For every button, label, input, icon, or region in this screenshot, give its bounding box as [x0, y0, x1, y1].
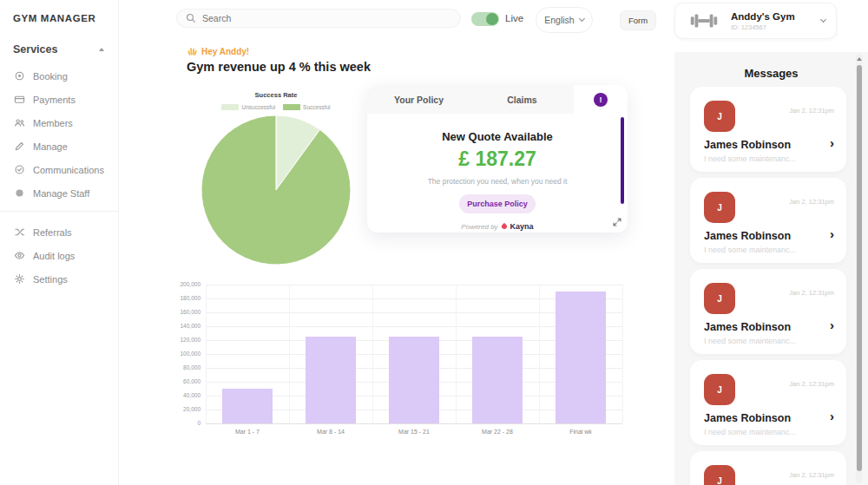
- purchase-policy-button[interactable]: Purchase Policy: [459, 194, 536, 213]
- chevron-right-icon[interactable]: ›: [830, 226, 834, 241]
- gridline: [206, 285, 622, 285]
- tab-your-policy[interactable]: Your Policy: [367, 85, 470, 114]
- info-badge[interactable]: !: [594, 93, 608, 107]
- message-preview: I need some maintenanc...: [704, 337, 796, 345]
- legend-entry-unsuccessful: Unsuccessful: [221, 104, 275, 110]
- kayna-logo-icon: [500, 223, 507, 230]
- manage-icon: [14, 141, 25, 152]
- bar-final-wk: [556, 292, 606, 423]
- legend-swatch: [283, 104, 300, 110]
- sidebar-item-label: Settings: [33, 274, 68, 285]
- search-bar[interactable]: [176, 9, 461, 28]
- chevron-right-icon[interactable]: ›: [830, 135, 834, 150]
- x-axis-tick: Mar 15 - 21: [372, 429, 456, 435]
- bar-mar-1-7: [222, 389, 273, 423]
- sidebar-item-label: Members: [33, 118, 73, 128]
- quote-amount: £ 187.27: [367, 147, 628, 171]
- y-axis-tick: 140,000: [176, 323, 201, 329]
- message-time: Jan 2, 12:31pm: [789, 289, 834, 297]
- grid-vline: [372, 285, 373, 423]
- grid-vline: [289, 285, 290, 423]
- gridline: [206, 423, 622, 424]
- sidebar-item-manage-staff[interactable]: Manage Staff: [0, 181, 118, 205]
- sidebar: GYM MANAGER Services BookingPaymentsMemb…: [0, 0, 119, 485]
- powered-by: Powered by Kayna: [367, 222, 628, 231]
- members-icon: [14, 117, 25, 128]
- tab-badge-area: !: [574, 85, 628, 114]
- chevron-right-icon[interactable]: ›: [830, 409, 834, 423]
- bar-mar-22-28: [472, 337, 523, 423]
- message-time: Jan 2, 12:31pm: [789, 107, 834, 115]
- quote-subtitle: The protection you need, when you need i…: [367, 177, 628, 186]
- avatar: J: [704, 465, 735, 485]
- message-sender-name: James Robinson: [704, 412, 791, 424]
- grid-vline: [622, 285, 623, 423]
- message-preview: I need some maintenanc...: [704, 428, 796, 436]
- sidebar-item-booking[interactable]: Booking: [0, 64, 118, 88]
- sidebar-section-services[interactable]: Services: [0, 43, 118, 56]
- gym-account-text: Anddy's Gym ID: 1234567: [731, 11, 795, 31]
- sidebar-item-settings[interactable]: Settings: [0, 267, 118, 291]
- legend-label: Successful: [303, 104, 330, 110]
- gym-account-dropdown[interactable]: Anddy's Gym ID: 1234567: [674, 3, 837, 39]
- policy-tabs: Your Policy Claims !: [367, 85, 628, 114]
- form-button[interactable]: Form: [620, 10, 656, 30]
- sidebar-item-audit-logs[interactable]: Audit logs: [0, 244, 118, 267]
- message-sender-name: James Robinson: [704, 321, 791, 333]
- sidebar-item-members[interactable]: Members: [0, 111, 118, 134]
- language-value: English: [544, 15, 574, 25]
- revenue-bar-chart: 020,00040,00060,00080,000100,000120,0001…: [176, 278, 624, 442]
- avatar: J: [704, 101, 735, 132]
- toggle-knob: [486, 13, 498, 25]
- sidebar-item-communications[interactable]: Communications: [0, 158, 118, 181]
- chevron-down-icon: [820, 16, 826, 23]
- message-card[interactable]: JJan 2, 12:31pmJames RobinsonI need some…: [690, 269, 846, 354]
- sidebar-item-label: Manage: [33, 141, 68, 152]
- y-axis-tick: 20,000: [176, 406, 201, 412]
- messages-scrollbar[interactable]: [856, 54, 863, 483]
- message-card[interactable]: JJan 2, 12:31pmJames RobinsonI need some…: [690, 451, 846, 485]
- avatar: J: [704, 192, 735, 223]
- search-input[interactable]: [202, 13, 428, 23]
- live-toggle[interactable]: [471, 12, 499, 26]
- y-axis-tick: 120,000: [176, 337, 201, 343]
- search-icon: [186, 13, 196, 23]
- sidebar-item-label: Booking: [33, 71, 68, 82]
- sidebar-nav-secondary: ReferralsAudit logsSettings: [0, 220, 118, 291]
- chevron-right-icon[interactable]: ›: [830, 318, 834, 332]
- avatar: J: [704, 374, 735, 405]
- avatar: J: [704, 283, 735, 314]
- language-dropdown[interactable]: English: [536, 7, 593, 33]
- sidebar-item-label: Manage Staff: [33, 188, 89, 199]
- y-axis-tick: 80,000: [176, 364, 201, 370]
- y-axis-tick: 180,000: [176, 295, 201, 301]
- scrollbar-thumb[interactable]: [857, 65, 862, 471]
- y-axis-tick: 0: [176, 420, 201, 426]
- sidebar-item-manage[interactable]: Manage: [0, 134, 118, 158]
- message-card[interactable]: JJan 2, 12:31pmJames RobinsonI need some…: [690, 360, 846, 445]
- message-card[interactable]: JJan 2, 12:31pmJames RobinsonI need some…: [690, 178, 846, 263]
- scroll-up-icon[interactable]: [857, 57, 862, 61]
- grid-vline: [206, 285, 207, 423]
- audit-logs-icon: [14, 250, 25, 261]
- policy-scrollbar[interactable]: [621, 117, 624, 204]
- legend-swatch: [221, 104, 239, 110]
- message-sender-name: James Robinson: [704, 139, 791, 151]
- y-axis-tick: 200,000: [176, 281, 201, 287]
- sidebar-item-referrals[interactable]: Referrals: [0, 220, 118, 244]
- x-axis-tick: Mar 1 - 7: [206, 429, 289, 435]
- message-sender-name: James Robinson: [704, 230, 791, 242]
- messages-list: JJan 2, 12:31pmJames RobinsonI need some…: [690, 87, 846, 485]
- tab-claims[interactable]: Claims: [470, 85, 574, 114]
- bar-mar-8-14: [306, 337, 356, 423]
- expand-icon[interactable]: [613, 218, 621, 226]
- sidebar-nav-main: BookingPaymentsMembersManageCommunicatio…: [0, 64, 118, 205]
- grid-vline: [456, 285, 457, 423]
- message-card[interactable]: JJan 2, 12:31pmJames RobinsonI need some…: [690, 87, 846, 172]
- x-axis-tick: Final wk: [539, 429, 622, 435]
- sidebar-section-label: Services: [13, 43, 57, 56]
- sidebar-item-payments[interactable]: Payments: [0, 88, 118, 111]
- greeting: Hey Anddy!: [187, 46, 249, 56]
- grid-vline: [539, 285, 540, 423]
- powered-by-text: Powered by: [461, 223, 497, 231]
